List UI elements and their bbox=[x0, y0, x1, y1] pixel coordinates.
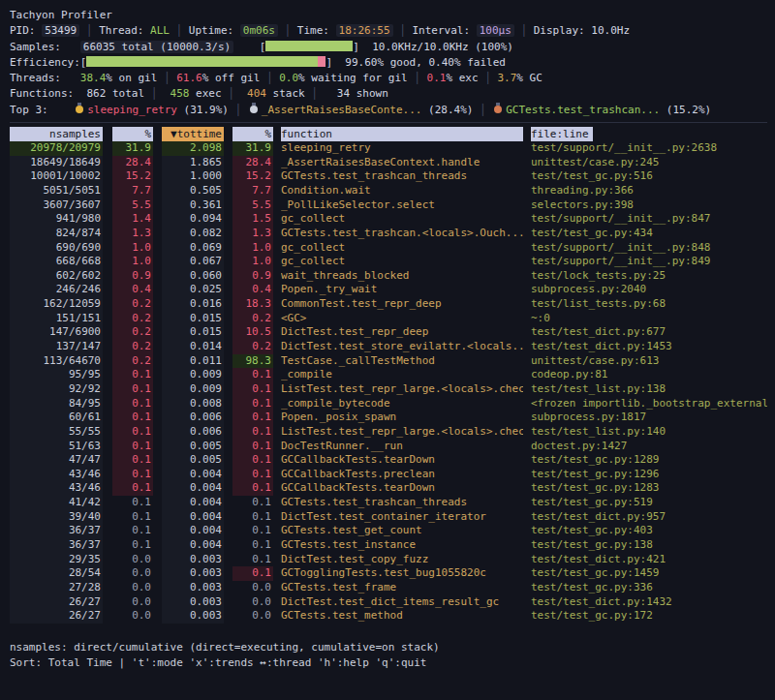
top3-line: Top 3: sleeping_retry (31.9%) │ _AssertR… bbox=[10, 103, 767, 118]
table-row[interactable]: 246/2460.40.0250.4Popen._try_waitsubproc… bbox=[10, 283, 767, 297]
table-row[interactable]: 824/8741.30.0821.3GCTests.test_trashcan.… bbox=[10, 227, 767, 241]
cell-file-line: selectors.py:398 bbox=[531, 198, 767, 213]
column-header-%[interactable]: % bbox=[232, 127, 273, 141]
cell-nsamples: 29/35 bbox=[10, 553, 103, 567]
table-row[interactable]: 602/6020.90.0600.9wait_threads_blockedte… bbox=[10, 269, 767, 284]
table-row[interactable]: 36/370.10.0040.1GCTests.test_instancetes… bbox=[10, 538, 767, 553]
column-gap bbox=[523, 368, 531, 382]
table-row[interactable]: 28/540.00.0030.1GCTogglingTests.test_bug… bbox=[10, 566, 767, 581]
footer-keybindings: Sort: Total Time | 't':mode 'x':trends ↔… bbox=[10, 655, 767, 671]
table-row[interactable]: 20978/2097931.92.09831.9sleeping_retryte… bbox=[10, 141, 767, 156]
column-gap bbox=[523, 141, 531, 156]
column-gap bbox=[103, 184, 112, 198]
column-gap bbox=[103, 411, 112, 425]
table-row[interactable]: 92/920.10.0090.1ListTest.test_repr_large… bbox=[10, 382, 767, 397]
table-row[interactable]: 60/610.10.0060.1Popen._posix_spawnsubpro… bbox=[10, 411, 767, 425]
column-gap bbox=[103, 510, 112, 525]
column-gap bbox=[103, 255, 112, 269]
table-row[interactable]: 51/630.10.0050.1DocTestRunner.__rundocte… bbox=[10, 440, 767, 454]
cell-file-line: test/test_gc.py:172 bbox=[531, 609, 767, 624]
cell-function: DictTest.test_dict_items_result_gc bbox=[281, 595, 523, 610]
cell-cumulative-pct: 0.1 bbox=[232, 538, 273, 553]
column-gap bbox=[224, 524, 232, 538]
table-row[interactable]: 26/270.00.0030.0GCTests.test_methodtest/… bbox=[10, 609, 767, 624]
table-row[interactable]: 95/950.10.0090.1_compilecodeop.py:81 bbox=[10, 368, 767, 382]
cell-direct-pct: 0.0 bbox=[112, 609, 153, 624]
cell-file-line: test/test_list.py:140 bbox=[531, 425, 767, 440]
column-header-%[interactable]: % bbox=[112, 127, 153, 141]
table-row[interactable]: 47/470.10.0050.1GCCallbackTests.tearDown… bbox=[10, 453, 767, 468]
table-row[interactable]: 10001/1000215.21.00015.2GCTests.test_tra… bbox=[10, 169, 767, 184]
table-row[interactable]: 27/280.00.0030.0GCTests.test_frametest/t… bbox=[10, 581, 767, 595]
column-gap bbox=[103, 156, 112, 170]
cell-tottime: 0.015 bbox=[162, 325, 224, 340]
column-gap bbox=[273, 609, 281, 624]
cell-tottime: 0.004 bbox=[162, 524, 224, 538]
functions-value: 34 bbox=[325, 87, 351, 100]
table-row[interactable]: 3607/36075.50.3615.5_PollLikeSelector.se… bbox=[10, 198, 767, 213]
table-row[interactable]: 5051/50517.70.5057.7Condition.waitthread… bbox=[10, 184, 767, 198]
column-gap bbox=[224, 397, 232, 411]
column-header-nsamples[interactable]: nsamples bbox=[10, 127, 103, 141]
column-gap bbox=[273, 468, 281, 482]
column-gap bbox=[224, 468, 232, 482]
table-row[interactable]: 137/1470.20.0140.2DictTest.test_store_ev… bbox=[10, 340, 767, 354]
cell-file-line: test/support/__init__.py:847 bbox=[531, 212, 767, 227]
column-gap bbox=[273, 354, 281, 369]
column-gap bbox=[153, 340, 162, 354]
cell-file-line: test/support/__init__.py:848 bbox=[531, 241, 767, 256]
table-header-row: nsamples%▼tottime%functionfile:line bbox=[10, 127, 767, 141]
table-row[interactable]: 29/350.00.0030.1DictTest.test_copy_fuzzt… bbox=[10, 553, 767, 567]
column-gap bbox=[273, 397, 281, 411]
column-gap bbox=[273, 212, 281, 227]
threads-value: 61.6 bbox=[176, 72, 202, 84]
status-value: Display: bbox=[534, 24, 592, 37]
table-row[interactable]: 162/120590.20.01618.3CommonTest.test_rep… bbox=[10, 297, 767, 312]
table-row[interactable]: 39/400.10.0040.1DictTest.test_container_… bbox=[10, 510, 767, 525]
cell-cumulative-pct: 0.4 bbox=[232, 283, 273, 297]
table-row[interactable]: 18649/1864928.41.86528.4_AssertRaisesBas… bbox=[10, 156, 767, 170]
column-gap bbox=[103, 425, 112, 440]
table-row[interactable]: 41/420.10.0040.1GCTests.test_trashcan_th… bbox=[10, 496, 767, 510]
column-gap bbox=[103, 382, 112, 397]
cell-cumulative-pct: 0.1 bbox=[232, 368, 273, 382]
cell-file-line: subprocess.py:2040 bbox=[531, 283, 767, 297]
cell-file-line: test/test_dict.py:1453 bbox=[531, 340, 767, 354]
column-gap bbox=[224, 354, 232, 369]
cell-direct-pct: 0.0 bbox=[112, 553, 153, 567]
column-gap bbox=[103, 198, 112, 213]
cell-nsamples: 668/668 bbox=[10, 255, 103, 269]
cell-function: GCTests.test_trashcan_threads bbox=[281, 496, 523, 510]
column-gap bbox=[273, 241, 281, 256]
table-row[interactable]: 668/6681.00.0671.0gc_collecttest/support… bbox=[10, 255, 767, 269]
cell-function: DictTest.test_store_evilattr.<locals... bbox=[281, 340, 523, 354]
table-body: 20978/2097931.92.09831.9sleeping_retryte… bbox=[10, 141, 767, 624]
top3-label: Top 3: bbox=[10, 104, 74, 116]
column-header-function[interactable]: function bbox=[281, 127, 523, 141]
column-gap bbox=[153, 468, 162, 482]
cell-direct-pct: 0.2 bbox=[112, 297, 153, 312]
table-row[interactable]: 26/270.00.0030.0DictTest.test_dict_items… bbox=[10, 595, 767, 610]
table-row[interactable]: 36/370.10.0040.1GCTests.test_get_countte… bbox=[10, 524, 767, 538]
column-gap bbox=[273, 481, 281, 496]
cell-nsamples: 51/63 bbox=[10, 440, 103, 454]
table-row[interactable]: 690/6901.00.0691.0gc_collecttest/support… bbox=[10, 241, 767, 256]
cell-file-line: test/test_gc.py:1459 bbox=[531, 566, 767, 581]
table-row[interactable]: 941/9801.40.0941.5gc_collecttest/support… bbox=[10, 212, 767, 227]
table-row[interactable]: 113/646700.20.01198.3TestCase._callTestM… bbox=[10, 354, 767, 369]
table-row[interactable]: 84/950.10.0080.1_compile_bytecode<frozen… bbox=[10, 397, 767, 411]
table-row[interactable]: 147/69000.20.01510.5DictTest.test_repr_d… bbox=[10, 325, 767, 340]
table-row[interactable]: 55/550.10.0060.1ListTest.test_repr_large… bbox=[10, 425, 767, 440]
column-gap bbox=[273, 255, 281, 269]
table-row[interactable]: 43/460.10.0040.1GCCallbackTests.preclean… bbox=[10, 468, 767, 482]
cell-cumulative-pct: 0.0 bbox=[232, 595, 273, 610]
column-gap bbox=[103, 127, 112, 141]
cell-nsamples: 95/95 bbox=[10, 368, 103, 382]
column-header-tottime[interactable]: ▼tottime bbox=[162, 127, 224, 141]
column-header-file-line[interactable]: file:line bbox=[531, 127, 767, 141]
column-gap bbox=[103, 609, 112, 624]
table-row[interactable]: 151/1510.20.0150.2<GC>~:0 bbox=[10, 312, 767, 326]
table-row[interactable]: 43/460.10.0040.1GCCallbackTests.tearDown… bbox=[10, 481, 767, 496]
column-gap bbox=[153, 141, 162, 156]
separator-pipe: │ bbox=[229, 104, 248, 116]
